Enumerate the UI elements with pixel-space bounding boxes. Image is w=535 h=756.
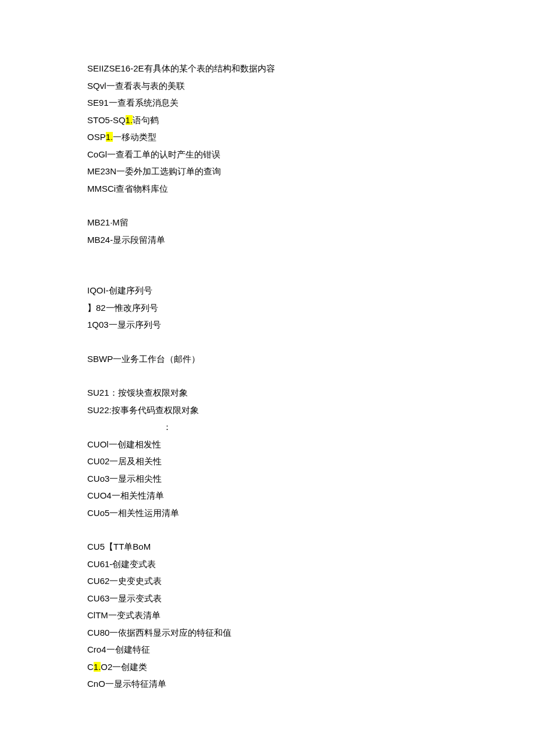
text-line: C1.O2一创建类 bbox=[87, 662, 448, 671]
highlight-span: 1. bbox=[106, 132, 113, 142]
colon-line: ： bbox=[87, 422, 448, 431]
text-line: ME23N一委外加工选购订单的查询 bbox=[87, 167, 448, 175]
text-line: 】82一惟改序列号 bbox=[87, 303, 448, 312]
text-line: ClTM一变式表清单 bbox=[87, 611, 448, 619]
text-span: 语句鹤 bbox=[133, 115, 159, 125]
blank-line bbox=[87, 338, 448, 354]
highlight-span: 1. bbox=[94, 662, 101, 672]
text-line: SQvl一查看表与表的美联 bbox=[87, 81, 448, 90]
document-page: SEIIZSE16-2E有具体的某个表的结构和数据内容 SQvl一查看表与表的美… bbox=[0, 0, 535, 756]
text-line: IQOI-创建序列号 bbox=[87, 286, 448, 295]
text-line: CUOl一创建相发性 bbox=[87, 440, 448, 449]
text-line: CUo5一相关性运用清单 bbox=[87, 508, 448, 517]
text-span: OSP bbox=[87, 132, 106, 142]
text-line: CU80一依据西料显示对应的特征和值 bbox=[87, 628, 448, 637]
blank-line bbox=[87, 371, 448, 388]
text-span: O2一创建类 bbox=[101, 662, 147, 672]
text-line: OSP1.一移动类型 bbox=[87, 132, 448, 141]
text-line: CU02一居及相关性 bbox=[87, 457, 448, 465]
text-span: C bbox=[87, 662, 94, 672]
text-line: CUO4一相关性清单 bbox=[87, 491, 448, 500]
blank-line bbox=[87, 201, 448, 218]
text-line: SBWP一业务工作台（邮件） bbox=[87, 354, 448, 363]
text-line: MMSCi查省物料库位 bbox=[87, 184, 448, 193]
text-line: SEIIZSE16-2E有具体的某个表的结构和数据内容 bbox=[87, 64, 448, 73]
highlight-span: 1. bbox=[126, 115, 133, 125]
blank-line bbox=[87, 252, 448, 269]
text-line: SE91一查看系统消息关 bbox=[87, 98, 448, 107]
text-line: CoGl一查看工单的认时产生的钳误 bbox=[87, 150, 448, 159]
text-line: MB21·M留 bbox=[87, 218, 448, 227]
text-line: CU62一史变史式表 bbox=[87, 576, 448, 585]
text-line: CU5【TT单BoM bbox=[87, 542, 448, 551]
text-line: SU21：按馁块查权限对象 bbox=[87, 388, 448, 397]
text-span: 一移动类型 bbox=[113, 132, 156, 142]
text-line: MB24-显示段留清单 bbox=[87, 235, 448, 244]
text-line: SU22:按事务代码查权限对象 bbox=[87, 406, 448, 414]
text-span: STO5-SQ bbox=[87, 115, 126, 125]
text-line: CUo3一显示相尖性 bbox=[87, 474, 448, 483]
text-line: CnO一显示特征清单 bbox=[87, 679, 448, 688]
text-line: CU63一显示变式表 bbox=[87, 594, 448, 603]
text-line: Cro4一创建特征 bbox=[87, 645, 448, 654]
blank-line bbox=[87, 525, 448, 542]
text-line: STO5-SQ1.语句鹤 bbox=[87, 116, 448, 124]
text-line: 1Q03一显示序列号 bbox=[87, 320, 448, 329]
text-line: CU61-创建变式表 bbox=[87, 560, 448, 568]
blank-line bbox=[87, 269, 448, 286]
